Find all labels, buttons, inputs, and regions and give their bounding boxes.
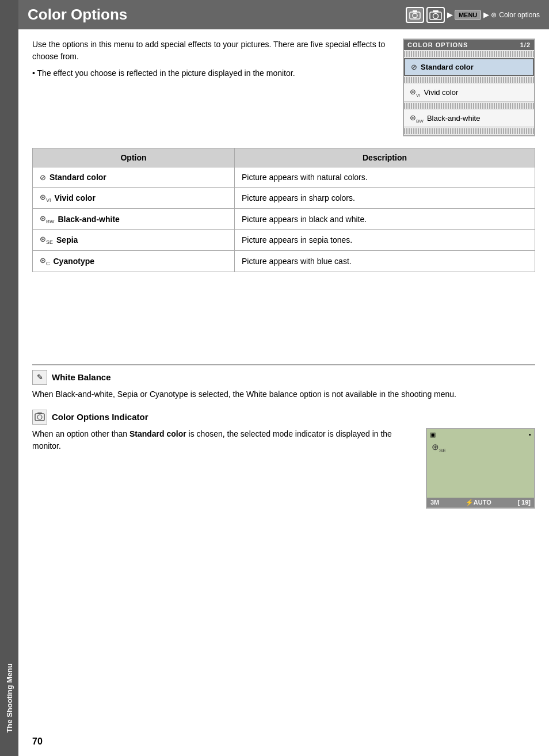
camera-bottom-auto: ⚡AUTO: [466, 499, 491, 506]
indicator-text: When an option other than Standard color…: [32, 428, 417, 452]
option-name-4: Cyanotype: [54, 257, 95, 266]
table-header-option: Option: [33, 148, 235, 167]
page-body: Use the options in this menu to add spec…: [18, 29, 549, 732]
white-balance-title: White Balance: [52, 372, 111, 382]
option-icon-1: ⊛VI: [40, 193, 51, 203]
white-balance-header: ✎ White Balance: [32, 370, 535, 385]
table-cell-desc-3: Picture appears in sepia tones.: [235, 230, 535, 251]
camera-screen: ▣ ▪ ⊛SE 3M ⚡AUTO [ 19]: [426, 428, 535, 509]
camera-svg: [429, 10, 442, 20]
menu-item-vivid: ⊛VI Vivid color: [404, 84, 534, 102]
page-number: 70: [18, 732, 549, 756]
intro-bullets: The effect you choose is reflected in th…: [32, 67, 394, 79]
table-row: ⊘ Standard color Picture appears with na…: [33, 167, 535, 188]
color-indicator-header: Color Options Indicator: [32, 410, 535, 425]
camera-bottom-3m: 3M: [430, 499, 439, 506]
menu-item-label-1: Vivid color: [424, 88, 459, 97]
table-row: ⊛VI Vivid color Picture appears in sharp…: [33, 188, 535, 209]
intro-text: Use the options in this menu to add spec…: [32, 39, 394, 136]
option-name-3: Sepia: [56, 235, 78, 245]
side-tab: The Shooting Menu: [0, 0, 18, 756]
camera-icon: [426, 7, 445, 23]
side-tab-label: The Shooting Menu: [5, 663, 14, 733]
camera-menu-preview: COLOR OPTIONS 1/2 ⊘ Standard color ⊛VI V…: [403, 39, 535, 136]
page-header: Color Options ▶ MENU ▶ ⊛: [18, 0, 549, 29]
menu-item-standard: ⊘ Standard color: [404, 58, 534, 76]
menu-preview-title: COLOR OPTIONS: [407, 41, 468, 48]
table-cell-option-4: ⊛C Cyanotype: [33, 250, 235, 272]
page-title: Color Options: [28, 6, 127, 24]
table-row: ⊛C Cyanotype Picture appears with blue c…: [33, 250, 535, 272]
menu-item-icon-0: ⊘: [411, 63, 417, 71]
camera-top-left-icon: ▣: [430, 431, 436, 438]
svg-point-4: [433, 13, 438, 18]
color-indicator-title: Color Options Indicator: [52, 412, 148, 422]
table-cell-option-2: ⊛BW Black-and-white: [33, 208, 235, 230]
intro-paragraph1: Use the options in this menu to add spec…: [32, 39, 394, 63]
main-content: Color Options ▶ MENU ▶ ⊛: [18, 0, 549, 756]
menu-item-icon-1: ⊛VI: [410, 87, 421, 98]
option-icon-2: ⊛BW: [40, 214, 55, 224]
table-cell-desc-1: Picture appears in sharp colors.: [235, 188, 535, 209]
option-icon-0: ⊘: [40, 173, 46, 182]
breadcrumb-color-icon: ⊛: [491, 11, 497, 19]
camera-top-right-icon: ▪: [529, 431, 531, 438]
breadcrumb-text: Color options: [499, 11, 540, 19]
svg-rect-8: [37, 413, 42, 414]
white-balance-body: When Black-and-white, Sepia or Cyanotype…: [32, 388, 535, 400]
table-cell-option-0: ⊘ Standard color: [33, 167, 235, 188]
indicator-bold: Standard color: [129, 429, 186, 438]
camera-screen-top: ▣ ▪: [427, 429, 534, 440]
svg-rect-5: [433, 10, 439, 12]
camera-screen-bottom: 3M ⚡AUTO [ 19]: [427, 498, 534, 507]
menu-item-icon-2: ⊛BW: [410, 113, 424, 124]
table-cell-desc-4: Picture appears with blue cast.: [235, 250, 535, 272]
white-balance-icon-box: ✎: [32, 370, 47, 385]
indicator-prefix: When an option other than: [32, 429, 129, 438]
table-row: ⊛BW Black-and-white Picture appears in b…: [33, 208, 535, 230]
color-indicator-note: Color Options Indicator When an option o…: [32, 410, 535, 509]
zigzag-bottom: [404, 128, 534, 134]
table-row: ⊛SE Sepia Picture appears in sepia tones…: [33, 230, 535, 251]
menu-preview-header: COLOR OPTIONS 1/2: [404, 40, 534, 50]
menu-item-bw: ⊛BW Black-and-white: [404, 110, 534, 128]
option-name-1: Vivid color: [55, 193, 96, 203]
intro-section: Use the options in this menu to add spec…: [32, 39, 535, 136]
color-indicator-icon-box: [32, 410, 47, 425]
camera-mode-svg: [409, 10, 421, 20]
menu-label: MENU: [455, 10, 481, 20]
option-name-2: Black-and-white: [58, 215, 120, 224]
camera-bottom-count: [ 19]: [517, 499, 531, 506]
white-balance-note: ✎ White Balance When Black-and-white, Se…: [32, 370, 535, 400]
menu-item-label-2: Black-and-white: [427, 114, 481, 123]
options-table: Option Description ⊘ Standard color Pict…: [32, 148, 535, 272]
table-cell-desc-0: Picture appears with natural colors.: [235, 167, 535, 188]
breadcrumb-arrow1: ▶: [447, 11, 452, 19]
intro-bullet1: The effect you choose is reflected in th…: [32, 67, 394, 79]
table-cell-option-1: ⊛VI Vivid color: [33, 188, 235, 209]
shooting-mode-icon: [406, 7, 424, 23]
svg-point-1: [413, 13, 417, 18]
option-icon-4: ⊛C: [40, 256, 50, 266]
zigzag-mid1: [404, 77, 534, 83]
menu-preview-page: 1/2: [520, 41, 531, 48]
svg-point-7: [37, 415, 42, 419]
color-indicator-icon: [35, 412, 45, 422]
notes-section: ✎ White Balance When Black-and-white, Se…: [32, 364, 535, 509]
svg-rect-2: [413, 10, 417, 12]
table-cell-option-3: ⊛SE Sepia: [33, 230, 235, 251]
breadcrumb-arrow2: ▶: [483, 11, 489, 19]
breadcrumb: ▶ MENU ▶ ⊛ Color options: [406, 7, 540, 23]
zigzag-mid2: [404, 103, 534, 109]
option-icon-3: ⊛SE: [40, 235, 53, 245]
camera-mode-indicator: ⊛SE: [432, 442, 446, 453]
table-header-description: Description: [235, 148, 535, 167]
zigzag-top: [404, 51, 534, 57]
option-name-0: Standard color: [49, 173, 106, 182]
indicator-section: When an option other than Standard color…: [32, 428, 535, 509]
table-cell-desc-2: Picture appears in black and white.: [235, 208, 535, 230]
menu-item-label-0: Standard color: [421, 63, 474, 71]
white-balance-icon: ✎: [37, 373, 43, 381]
spacer: [32, 284, 535, 353]
